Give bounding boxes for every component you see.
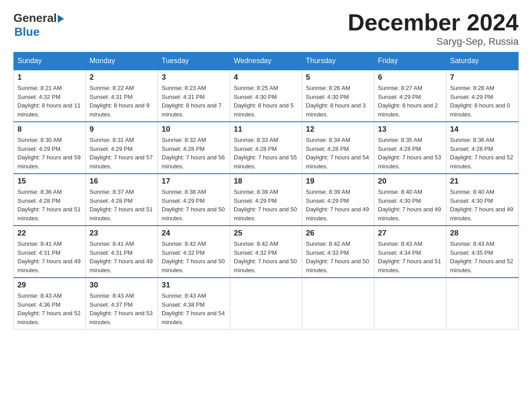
calendar-cell: 21 Sunrise: 8:40 AM Sunset: 4:30 PM Dayl… <box>446 174 519 226</box>
page-header: General Blue December 2024 Saryg-Sep, Ru… <box>13 9 519 47</box>
calendar-cell: 3 Sunrise: 8:23 AM Sunset: 4:31 PM Dayli… <box>158 70 230 122</box>
calendar-cell: 22 Sunrise: 8:41 AM Sunset: 4:31 PM Dayl… <box>14 226 86 278</box>
calendar-cell: 26 Sunrise: 8:42 AM Sunset: 4:33 PM Dayl… <box>302 226 374 278</box>
day-number: 11 <box>234 125 298 134</box>
calendar-cell: 20 Sunrise: 8:40 AM Sunset: 4:30 PM Dayl… <box>374 174 446 226</box>
day-info: Sunrise: 8:42 AM Sunset: 4:32 PM Dayligh… <box>162 240 226 274</box>
calendar-cell: 6 Sunrise: 8:27 AM Sunset: 4:29 PM Dayli… <box>374 70 446 122</box>
calendar-cell: 17 Sunrise: 8:38 AM Sunset: 4:29 PM Dayl… <box>158 174 230 226</box>
day-info: Sunrise: 8:41 AM Sunset: 4:31 PM Dayligh… <box>17 240 82 274</box>
calendar-cell: 1 Sunrise: 8:21 AM Sunset: 4:32 PM Dayli… <box>14 70 86 122</box>
calendar-cell: 5 Sunrise: 8:26 AM Sunset: 4:30 PM Dayli… <box>302 70 374 122</box>
day-info: Sunrise: 8:31 AM Sunset: 4:29 PM Dayligh… <box>90 136 154 171</box>
day-number: 31 <box>162 281 226 290</box>
calendar-cell: 15 Sunrise: 8:36 AM Sunset: 4:28 PM Dayl… <box>14 174 86 226</box>
calendar-cell: 12 Sunrise: 8:34 AM Sunset: 4:28 PM Dayl… <box>302 122 374 174</box>
col-sunday: Sunday <box>14 52 86 70</box>
day-info: Sunrise: 8:43 AM Sunset: 4:35 PM Dayligh… <box>450 240 515 274</box>
location-subtitle: Saryg-Sep, Russia <box>348 36 519 47</box>
calendar-cell: 18 Sunrise: 8:39 AM Sunset: 4:29 PM Dayl… <box>230 174 302 226</box>
day-number: 13 <box>378 125 442 134</box>
day-info: Sunrise: 8:43 AM Sunset: 4:38 PM Dayligh… <box>162 291 226 326</box>
calendar-cell: 19 Sunrise: 8:39 AM Sunset: 4:29 PM Dayl… <box>302 174 374 226</box>
day-number: 26 <box>306 229 370 238</box>
day-info: Sunrise: 8:26 AM Sunset: 4:30 PM Dayligh… <box>306 84 370 119</box>
calendar-header: Sunday Monday Tuesday Wednesday Thursday… <box>14 52 519 70</box>
calendar-cell: 23 Sunrise: 8:41 AM Sunset: 4:31 PM Dayl… <box>86 226 158 278</box>
calendar-cell: 8 Sunrise: 8:30 AM Sunset: 4:29 PM Dayli… <box>14 122 86 174</box>
calendar-cell: 9 Sunrise: 8:31 AM Sunset: 4:29 PM Dayli… <box>86 122 158 174</box>
calendar-cell <box>302 278 374 330</box>
day-info: Sunrise: 8:36 AM Sunset: 4:28 PM Dayligh… <box>17 188 82 223</box>
day-number: 8 <box>17 125 82 134</box>
day-number: 17 <box>162 177 226 186</box>
day-info: Sunrise: 8:39 AM Sunset: 4:29 PM Dayligh… <box>234 188 298 223</box>
week-row-3: 15 Sunrise: 8:36 AM Sunset: 4:28 PM Dayl… <box>14 174 519 226</box>
calendar-cell <box>374 278 446 330</box>
week-row-5: 29 Sunrise: 8:43 AM Sunset: 4:36 PM Dayl… <box>14 278 519 330</box>
day-info: Sunrise: 8:25 AM Sunset: 4:30 PM Dayligh… <box>234 84 298 119</box>
day-info: Sunrise: 8:43 AM Sunset: 4:37 PM Dayligh… <box>90 291 154 326</box>
day-number: 6 <box>378 73 442 82</box>
page-title: December 2024 <box>348 9 519 36</box>
day-info: Sunrise: 8:40 AM Sunset: 4:30 PM Dayligh… <box>378 188 442 223</box>
day-number: 23 <box>90 229 154 238</box>
day-number: 7 <box>450 73 515 82</box>
day-info: Sunrise: 8:40 AM Sunset: 4:30 PM Dayligh… <box>450 188 515 223</box>
day-number: 2 <box>90 73 154 82</box>
week-row-1: 1 Sunrise: 8:21 AM Sunset: 4:32 PM Dayli… <box>14 70 519 122</box>
day-number: 19 <box>306 177 370 186</box>
calendar-cell: 27 Sunrise: 8:43 AM Sunset: 4:34 PM Dayl… <box>374 226 446 278</box>
day-info: Sunrise: 8:21 AM Sunset: 4:32 PM Dayligh… <box>17 84 82 119</box>
day-info: Sunrise: 8:34 AM Sunset: 4:28 PM Dayligh… <box>306 136 370 171</box>
day-number: 5 <box>306 73 370 82</box>
calendar-cell: 25 Sunrise: 8:42 AM Sunset: 4:32 PM Dayl… <box>230 226 302 278</box>
calendar-table: Sunday Monday Tuesday Wednesday Thursday… <box>13 52 519 330</box>
calendar-cell: 10 Sunrise: 8:32 AM Sunset: 4:28 PM Dayl… <box>158 122 230 174</box>
day-info: Sunrise: 8:41 AM Sunset: 4:31 PM Dayligh… <box>90 240 154 274</box>
calendar-cell: 13 Sunrise: 8:35 AM Sunset: 4:28 PM Dayl… <box>374 122 446 174</box>
day-number: 27 <box>378 229 442 238</box>
col-monday: Monday <box>86 52 158 70</box>
day-number: 25 <box>234 229 298 238</box>
calendar-cell: 7 Sunrise: 8:28 AM Sunset: 4:29 PM Dayli… <box>446 70 519 122</box>
day-info: Sunrise: 8:43 AM Sunset: 4:36 PM Dayligh… <box>17 291 82 326</box>
calendar-cell: 24 Sunrise: 8:42 AM Sunset: 4:32 PM Dayl… <box>158 226 230 278</box>
calendar-cell: 31 Sunrise: 8:43 AM Sunset: 4:38 PM Dayl… <box>158 278 230 330</box>
day-number: 14 <box>450 125 515 134</box>
day-info: Sunrise: 8:30 AM Sunset: 4:29 PM Dayligh… <box>17 136 82 171</box>
day-number: 3 <box>162 73 226 82</box>
day-info: Sunrise: 8:37 AM Sunset: 4:28 PM Dayligh… <box>90 188 154 223</box>
day-number: 15 <box>17 177 82 186</box>
day-info: Sunrise: 8:36 AM Sunset: 4:28 PM Dayligh… <box>450 136 515 171</box>
day-number: 1 <box>17 73 82 82</box>
day-info: Sunrise: 8:32 AM Sunset: 4:28 PM Dayligh… <box>162 136 226 171</box>
calendar-cell: 11 Sunrise: 8:33 AM Sunset: 4:28 PM Dayl… <box>230 122 302 174</box>
day-info: Sunrise: 8:22 AM Sunset: 4:31 PM Dayligh… <box>90 84 154 119</box>
day-number: 10 <box>162 125 226 134</box>
day-number: 24 <box>162 229 226 238</box>
calendar-cell: 4 Sunrise: 8:25 AM Sunset: 4:30 PM Dayli… <box>230 70 302 122</box>
day-number: 28 <box>450 229 515 238</box>
col-thursday: Thursday <box>302 52 374 70</box>
week-row-2: 8 Sunrise: 8:30 AM Sunset: 4:29 PM Dayli… <box>14 122 519 174</box>
day-number: 18 <box>234 177 298 186</box>
day-number: 22 <box>17 229 82 238</box>
calendar-cell: 28 Sunrise: 8:43 AM Sunset: 4:35 PM Dayl… <box>446 226 519 278</box>
calendar-cell: 14 Sunrise: 8:36 AM Sunset: 4:28 PM Dayl… <box>446 122 519 174</box>
col-wednesday: Wednesday <box>230 52 302 70</box>
day-info: Sunrise: 8:42 AM Sunset: 4:33 PM Dayligh… <box>306 240 370 274</box>
calendar-cell <box>446 278 519 330</box>
calendar-cell: 2 Sunrise: 8:22 AM Sunset: 4:31 PM Dayli… <box>86 70 158 122</box>
day-number: 20 <box>378 177 442 186</box>
col-friday: Friday <box>374 52 446 70</box>
calendar-cell: 29 Sunrise: 8:43 AM Sunset: 4:36 PM Dayl… <box>14 278 86 330</box>
days-of-week-row: Sunday Monday Tuesday Wednesday Thursday… <box>14 52 519 70</box>
day-info: Sunrise: 8:33 AM Sunset: 4:28 PM Dayligh… <box>234 136 298 171</box>
day-info: Sunrise: 8:28 AM Sunset: 4:29 PM Dayligh… <box>450 84 515 119</box>
day-number: 9 <box>90 125 154 134</box>
title-section: December 2024 Saryg-Sep, Russia <box>348 9 519 47</box>
day-number: 4 <box>234 73 298 82</box>
day-number: 12 <box>306 125 370 134</box>
col-saturday: Saturday <box>446 52 519 70</box>
